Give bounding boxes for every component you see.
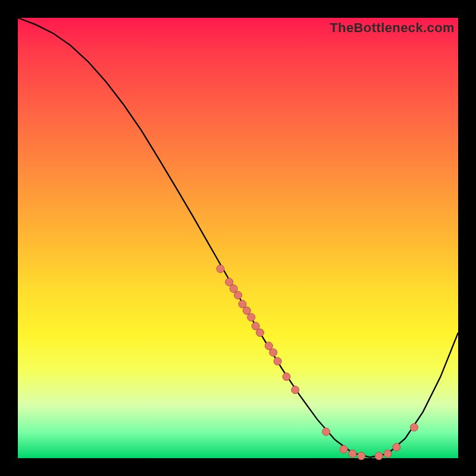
data-point — [292, 386, 299, 394]
data-point — [349, 450, 356, 458]
data-point — [375, 452, 383, 460]
data-point — [265, 342, 273, 350]
data-point — [217, 265, 224, 273]
data-point — [230, 285, 237, 293]
data-point — [226, 278, 233, 286]
data-point — [340, 446, 347, 453]
data-point — [248, 314, 255, 321]
data-point — [411, 424, 418, 431]
data-point — [252, 322, 259, 330]
data-point — [393, 443, 400, 451]
data-point — [384, 450, 392, 458]
chart-frame: TheBottleneck.com — [18, 18, 458, 458]
data-point — [358, 452, 365, 460]
data-point — [283, 373, 290, 381]
data-point — [270, 349, 277, 356]
data-point — [243, 307, 250, 315]
data-point — [239, 300, 246, 308]
data-points-group — [217, 265, 418, 460]
data-point — [274, 358, 281, 365]
data-point — [256, 329, 264, 337]
bottleneck-curve — [18, 18, 458, 458]
data-point — [234, 292, 242, 299]
chart-overlay-svg — [18, 18, 458, 458]
data-point — [322, 428, 330, 436]
